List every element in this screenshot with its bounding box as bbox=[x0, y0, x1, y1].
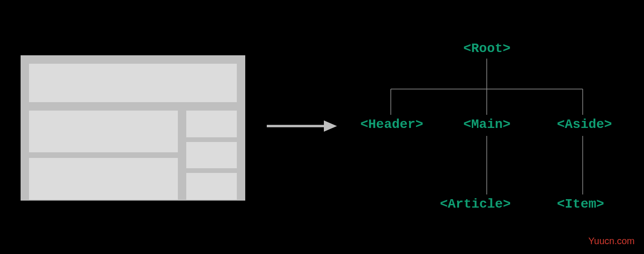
item-tag-label: <Item> bbox=[557, 197, 604, 211]
arrow-right-icon bbox=[267, 119, 337, 133]
wireframe-article-block bbox=[29, 158, 178, 200]
wireframe-layout bbox=[21, 55, 245, 201]
root-tag-label: <Root> bbox=[463, 41, 511, 56]
component-tree: <Root> <Header> <Main> <Aside> <Article>… bbox=[349, 37, 634, 225]
tree-node-item: <Item>x3 bbox=[557, 197, 620, 211]
article-tag-label: <Article> bbox=[440, 197, 511, 211]
tree-node-header: <Header> bbox=[360, 117, 423, 132]
tree-node-main: <Main> bbox=[463, 117, 511, 132]
wireframe-aside-item-block bbox=[186, 142, 237, 169]
wireframe-body bbox=[29, 111, 237, 200]
wireframe-article-block bbox=[29, 111, 178, 152]
item-multiplier: x3 bbox=[604, 197, 620, 211]
wireframe-main-column bbox=[29, 111, 178, 200]
tree-node-root: <Root> bbox=[463, 41, 511, 56]
watermark-text: Yuucn.com bbox=[588, 236, 635, 247]
svg-marker-1 bbox=[324, 120, 337, 132]
wireframe-aside-item-block bbox=[186, 173, 237, 200]
main-tag-label: <Main> bbox=[463, 117, 511, 132]
tree-node-aside: <Aside> bbox=[557, 117, 612, 132]
aside-tag-label: <Aside> bbox=[557, 117, 612, 132]
wireframe-aside-item-block bbox=[186, 111, 237, 137]
article-multiplier: x2 bbox=[511, 197, 527, 211]
wireframe-aside-column bbox=[186, 111, 237, 200]
header-tag-label: <Header> bbox=[360, 117, 423, 132]
tree-node-article: <Article>x2 bbox=[440, 197, 527, 211]
wireframe-header-block bbox=[29, 64, 237, 102]
